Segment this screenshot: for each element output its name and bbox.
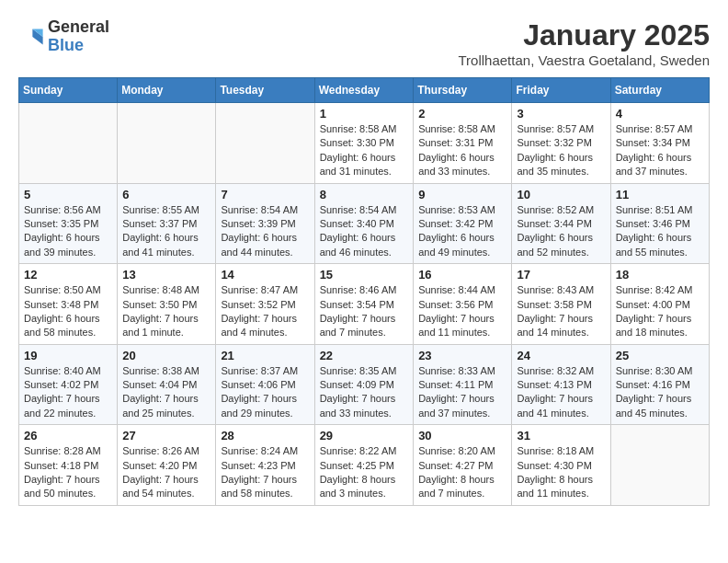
- day-info: Sunrise: 8:58 AM Sunset: 3:30 PM Dayligh…: [320, 122, 409, 179]
- calendar-cell: 16Sunrise: 8:44 AM Sunset: 3:56 PM Dayli…: [414, 264, 512, 345]
- calendar-cell: 11Sunrise: 8:51 AM Sunset: 3:46 PM Dayli…: [610, 183, 709, 264]
- day-number: 27: [122, 429, 210, 442]
- day-number: 28: [221, 429, 309, 442]
- calendar-cell: 18Sunrise: 8:42 AM Sunset: 4:00 PM Dayli…: [610, 264, 709, 345]
- month-title: January 2025: [458, 18, 710, 52]
- calendar-cell: 9Sunrise: 8:53 AM Sunset: 3:42 PM Daylig…: [414, 183, 512, 264]
- weekday-header-monday: Monday: [118, 78, 216, 103]
- day-number: 30: [418, 429, 506, 442]
- day-info: Sunrise: 8:37 AM Sunset: 4:06 PM Dayligh…: [221, 364, 309, 421]
- day-info: Sunrise: 8:26 AM Sunset: 4:20 PM Dayligh…: [122, 444, 210, 501]
- day-info: Sunrise: 8:44 AM Sunset: 3:56 PM Dayligh…: [418, 283, 506, 340]
- day-info: Sunrise: 8:22 AM Sunset: 4:25 PM Dayligh…: [320, 444, 409, 501]
- day-number: 25: [616, 349, 704, 362]
- weekday-header-thursday: Thursday: [414, 78, 512, 103]
- day-info: Sunrise: 8:33 AM Sunset: 4:11 PM Dayligh…: [418, 364, 506, 421]
- weekday-header-wednesday: Wednesday: [314, 78, 414, 103]
- weekday-header-tuesday: Tuesday: [216, 78, 314, 103]
- day-number: 10: [517, 188, 605, 201]
- day-number: 29: [320, 429, 409, 442]
- day-number: 14: [221, 268, 309, 282]
- day-number: 4: [616, 107, 704, 121]
- day-info: Sunrise: 8:48 AM Sunset: 3:50 PM Dayligh…: [122, 283, 210, 340]
- calendar-cell: [118, 103, 216, 184]
- day-number: 5: [24, 188, 112, 201]
- day-info: Sunrise: 8:47 AM Sunset: 3:52 PM Dayligh…: [221, 283, 309, 340]
- calendar-week-3: 12Sunrise: 8:50 AM Sunset: 3:48 PM Dayli…: [19, 264, 710, 345]
- day-number: 31: [517, 429, 605, 442]
- day-number: 6: [122, 188, 210, 201]
- day-info: Sunrise: 8:50 AM Sunset: 3:48 PM Dayligh…: [24, 283, 112, 340]
- day-info: Sunrise: 8:38 AM Sunset: 4:04 PM Dayligh…: [122, 364, 210, 421]
- logo-blue: Blue: [48, 37, 109, 55]
- weekday-header-saturday: Saturday: [610, 78, 709, 103]
- calendar-week-5: 26Sunrise: 8:28 AM Sunset: 4:18 PM Dayli…: [19, 425, 710, 506]
- day-info: Sunrise: 8:32 AM Sunset: 4:13 PM Dayligh…: [517, 364, 605, 421]
- day-info: Sunrise: 8:58 AM Sunset: 3:31 PM Dayligh…: [418, 122, 506, 179]
- logo-text: General Blue: [48, 18, 109, 55]
- day-number: 3: [517, 107, 605, 121]
- day-number: 7: [221, 188, 309, 201]
- day-info: Sunrise: 8:20 AM Sunset: 4:27 PM Dayligh…: [418, 444, 506, 501]
- calendar-cell: 17Sunrise: 8:43 AM Sunset: 3:58 PM Dayli…: [512, 264, 610, 345]
- calendar-cell: 14Sunrise: 8:47 AM Sunset: 3:52 PM Dayli…: [216, 264, 314, 345]
- day-info: Sunrise: 8:56 AM Sunset: 3:35 PM Dayligh…: [24, 203, 112, 260]
- calendar-cell: 2Sunrise: 8:58 AM Sunset: 3:31 PM Daylig…: [414, 103, 512, 184]
- day-info: Sunrise: 8:24 AM Sunset: 4:23 PM Dayligh…: [221, 444, 309, 501]
- day-number: 24: [517, 349, 605, 362]
- title-block: January 2025 Trollhaettan, Vaestra Goeta…: [458, 18, 710, 68]
- day-info: Sunrise: 8:28 AM Sunset: 4:18 PM Dayligh…: [24, 444, 112, 501]
- calendar-cell: 26Sunrise: 8:28 AM Sunset: 4:18 PM Dayli…: [19, 425, 118, 506]
- day-info: Sunrise: 8:52 AM Sunset: 3:44 PM Dayligh…: [517, 203, 605, 260]
- day-info: Sunrise: 8:43 AM Sunset: 3:58 PM Dayligh…: [517, 283, 605, 340]
- calendar-cell: 8Sunrise: 8:54 AM Sunset: 3:40 PM Daylig…: [314, 183, 414, 264]
- day-number: 23: [418, 349, 506, 362]
- day-number: 11: [616, 188, 704, 201]
- calendar-cell: 13Sunrise: 8:48 AM Sunset: 3:50 PM Dayli…: [118, 264, 216, 345]
- calendar-cell: 20Sunrise: 8:38 AM Sunset: 4:04 PM Dayli…: [118, 344, 216, 425]
- day-info: Sunrise: 8:42 AM Sunset: 4:00 PM Dayligh…: [616, 283, 704, 340]
- calendar: SundayMondayTuesdayWednesdayThursdayFrid…: [18, 77, 710, 506]
- day-number: 2: [418, 107, 506, 121]
- day-info: Sunrise: 8:30 AM Sunset: 4:16 PM Dayligh…: [616, 364, 704, 421]
- calendar-cell: 31Sunrise: 8:18 AM Sunset: 4:30 PM Dayli…: [512, 425, 610, 506]
- weekday-row: SundayMondayTuesdayWednesdayThursdayFrid…: [19, 78, 710, 103]
- day-info: Sunrise: 8:55 AM Sunset: 3:37 PM Dayligh…: [122, 203, 210, 260]
- weekday-header-friday: Friday: [512, 78, 610, 103]
- day-number: 20: [122, 349, 210, 362]
- day-number: 15: [320, 268, 409, 282]
- day-info: Sunrise: 8:54 AM Sunset: 3:39 PM Dayligh…: [221, 203, 309, 260]
- weekday-header-sunday: Sunday: [19, 78, 118, 103]
- calendar-body: 1Sunrise: 8:58 AM Sunset: 3:30 PM Daylig…: [19, 103, 710, 506]
- calendar-cell: [610, 425, 709, 506]
- day-info: Sunrise: 8:40 AM Sunset: 4:02 PM Dayligh…: [24, 364, 112, 421]
- calendar-cell: 15Sunrise: 8:46 AM Sunset: 3:54 PM Dayli…: [314, 264, 414, 345]
- day-info: Sunrise: 8:53 AM Sunset: 3:42 PM Dayligh…: [418, 203, 506, 260]
- calendar-cell: 12Sunrise: 8:50 AM Sunset: 3:48 PM Dayli…: [19, 264, 118, 345]
- day-number: 21: [221, 349, 309, 362]
- calendar-week-4: 19Sunrise: 8:40 AM Sunset: 4:02 PM Dayli…: [19, 344, 710, 425]
- calendar-cell: 1Sunrise: 8:58 AM Sunset: 3:30 PM Daylig…: [314, 103, 414, 184]
- day-number: 12: [24, 268, 112, 282]
- calendar-cell: 29Sunrise: 8:22 AM Sunset: 4:25 PM Dayli…: [314, 425, 414, 506]
- calendar-cell: 21Sunrise: 8:37 AM Sunset: 4:06 PM Dayli…: [216, 344, 314, 425]
- calendar-cell: 4Sunrise: 8:57 AM Sunset: 3:34 PM Daylig…: [610, 103, 709, 184]
- calendar-week-2: 5Sunrise: 8:56 AM Sunset: 3:35 PM Daylig…: [19, 183, 710, 264]
- calendar-cell: [19, 103, 118, 184]
- logo-icon: [18, 24, 44, 50]
- logo-general: General: [48, 18, 109, 37]
- calendar-cell: 7Sunrise: 8:54 AM Sunset: 3:39 PM Daylig…: [216, 183, 314, 264]
- calendar-cell: 30Sunrise: 8:20 AM Sunset: 4:27 PM Dayli…: [414, 425, 512, 506]
- day-number: 18: [616, 268, 704, 282]
- day-info: Sunrise: 8:57 AM Sunset: 3:32 PM Dayligh…: [517, 122, 605, 179]
- day-number: 17: [517, 268, 605, 282]
- day-number: 9: [418, 188, 506, 201]
- calendar-cell: 24Sunrise: 8:32 AM Sunset: 4:13 PM Dayli…: [512, 344, 610, 425]
- logo: General Blue: [18, 18, 109, 55]
- calendar-cell: 27Sunrise: 8:26 AM Sunset: 4:20 PM Dayli…: [118, 425, 216, 506]
- calendar-cell: 22Sunrise: 8:35 AM Sunset: 4:09 PM Dayli…: [314, 344, 414, 425]
- calendar-cell: 3Sunrise: 8:57 AM Sunset: 3:32 PM Daylig…: [512, 103, 610, 184]
- day-number: 26: [24, 429, 112, 442]
- location: Trollhaettan, Vaestra Goetaland, Sweden: [458, 52, 710, 68]
- calendar-header: SundayMondayTuesdayWednesdayThursdayFrid…: [19, 78, 710, 103]
